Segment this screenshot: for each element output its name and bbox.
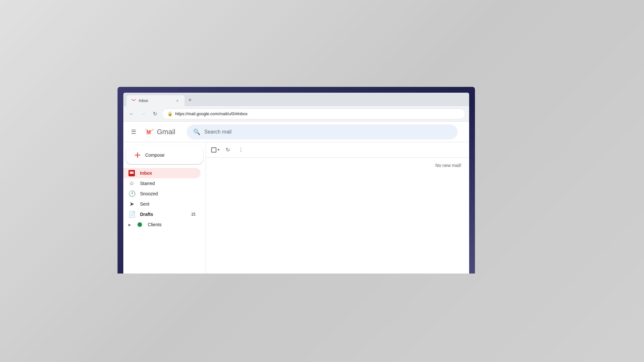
sidebar: Compose Inbox (123, 142, 206, 274)
monitor-bezel: Inbox × + ← → ↻ 🔒 https://mail.google.co… (118, 87, 475, 274)
hamburger-menu-icon[interactable]: ☰ (128, 126, 139, 138)
gmail-logo: M Gmail (144, 126, 175, 138)
clients-label: Clients (148, 222, 162, 227)
starred-label: Starred (140, 181, 155, 186)
sent-label: Sent (140, 201, 149, 207)
gmail-m-logo: M (144, 126, 156, 138)
inbox-label: Inbox (140, 171, 152, 176)
main-content: ▼ ↻ ⋮ No new mail! (206, 142, 469, 274)
desktop: Inbox × + ← → ↻ 🔒 https://mail.google.co… (0, 0, 644, 362)
sidebar-item-inbox[interactable]: Inbox (123, 168, 201, 178)
sidebar-item-drafts[interactable]: 📄 Drafts 15 (123, 209, 201, 219)
back-button[interactable]: ← (127, 109, 136, 118)
new-tab-button[interactable]: + (185, 95, 195, 105)
gmail-body: Compose Inbox (123, 142, 469, 274)
tab-title: Inbox (139, 98, 172, 103)
star-icon: ☆ (128, 180, 135, 187)
sidebar-item-starred[interactable]: ☆ Starred (123, 178, 201, 189)
active-tab[interactable]: Inbox × (127, 95, 185, 106)
url-bar[interactable]: 🔒 https://mail.google.com/mail/u/0/#inbo… (162, 108, 465, 119)
tab-favicon (131, 98, 136, 103)
browser-window: Inbox × + ← → ↻ 🔒 https://mail.google.co… (123, 93, 469, 274)
svg-text:M: M (147, 130, 151, 135)
tab-bar: Inbox × + (123, 93, 469, 106)
refresh-button[interactable]: ↻ (223, 145, 233, 155)
sidebar-item-sent[interactable]: ➤ Sent (123, 199, 201, 209)
compose-button[interactable]: Compose (126, 146, 203, 164)
select-all-area[interactable]: ▼ (211, 147, 220, 153)
compose-label: Compose (145, 153, 165, 158)
sidebar-item-snoozed[interactable]: 🕐 Snoozed (123, 189, 201, 199)
gmail-wordmark: Gmail (157, 128, 175, 136)
tab-close-button[interactable]: × (175, 98, 180, 103)
drafts-label: Drafts (140, 212, 153, 217)
address-bar-area: ← → ↻ 🔒 https://mail.google.com/mail/u/0… (123, 106, 469, 122)
no-mail-message: No new mail! (435, 163, 461, 168)
reload-button[interactable]: ↻ (150, 109, 159, 118)
drafts-icon: 📄 (128, 211, 135, 218)
empty-inbox-area: No new mail! (206, 158, 469, 274)
select-all-checkbox[interactable] (211, 147, 216, 153)
search-icon: 🔍 (193, 128, 200, 135)
compose-plus-icon (134, 151, 141, 159)
search-bar[interactable]: 🔍 Search mail (187, 125, 458, 139)
forward-button[interactable]: → (139, 109, 148, 118)
url-text: https://mail.google.com/mail/u/0/#inbox (175, 111, 248, 116)
drafts-badge: 15 (191, 212, 195, 217)
select-dropdown-arrow[interactable]: ▼ (217, 148, 220, 152)
lock-icon: 🔒 (167, 111, 173, 116)
search-placeholder: Search mail (204, 129, 231, 135)
clients-expand-icon: ▶ (128, 223, 131, 227)
sidebar-item-clients[interactable]: ▶ Clients (123, 219, 201, 230)
more-options-button[interactable]: ⋮ (236, 145, 246, 155)
snoozed-icon: 🕐 (128, 190, 135, 197)
sent-icon: ➤ (128, 200, 135, 208)
email-toolbar: ▼ ↻ ⋮ (206, 142, 469, 158)
gmail-app: ☰ M Gmail (123, 122, 469, 274)
snoozed-label: Snoozed (140, 191, 158, 196)
gmail-header: ☰ M Gmail (123, 122, 469, 142)
clients-dot-icon (137, 222, 142, 227)
inbox-icon (128, 170, 135, 176)
